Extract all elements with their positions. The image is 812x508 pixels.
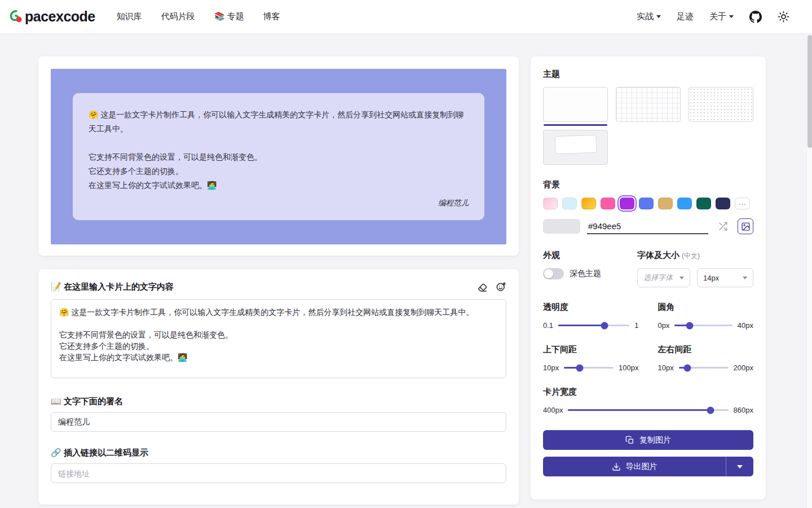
- appearance-title: 外观: [543, 250, 625, 261]
- export-image-button[interactable]: 导出图片: [543, 457, 726, 476]
- logo[interactable]: pacexcode: [9, 8, 95, 25]
- vertical-spacing-label: 上下间距: [543, 344, 639, 355]
- nav-item-footprints[interactable]: 足迹: [677, 11, 694, 22]
- chevron-down-icon: [679, 277, 684, 279]
- opacity-radius-section: 透明度 0.1 1 圆角 0px: [543, 302, 753, 330]
- page-scrollbar[interactable]: [806, 34, 812, 508]
- export-split-button: 导出图片: [543, 457, 753, 476]
- eraser-icon: [478, 282, 488, 292]
- horizontal-spacing-slider-thumb[interactable]: [683, 364, 691, 371]
- nav-item-about-label: 关于: [709, 11, 726, 22]
- preview-signature: 编程范儿: [89, 196, 469, 210]
- github-link[interactable]: [749, 11, 762, 23]
- card-text-input[interactable]: 🤗 这是一款文字卡片制作工具，你可以输入文字生成精美的文字卡片，然后分享到社交网…: [51, 299, 506, 378]
- export-image-button-label: 导出图片: [626, 462, 657, 472]
- signature-input[interactable]: [51, 412, 506, 432]
- copy-icon: [625, 436, 634, 445]
- opacity-slider[interactable]: [558, 322, 629, 330]
- font-size-select[interactable]: 14px: [697, 268, 753, 287]
- hex-color-input[interactable]: [587, 219, 708, 234]
- light-dark-mode-button[interactable]: [778, 11, 789, 23]
- vertical-spacing-slider[interactable]: [564, 364, 614, 372]
- main-content: 🤗 这是一款文字卡片制作工具，你可以输入文字生成精美的文字卡片，然后分享到社交网…: [0, 34, 812, 505]
- radius-slider-thumb[interactable]: [686, 322, 694, 329]
- nav-item-knowledge-base[interactable]: 知识库: [117, 11, 142, 22]
- add-emoji-button[interactable]: [496, 282, 506, 292]
- color-swatch-6[interactable]: [639, 198, 654, 209]
- vertical-spacing-slider-thumb[interactable]: [576, 364, 584, 371]
- color-swatch-2[interactable]: [562, 198, 577, 209]
- editor-header: 📝 在这里输入卡片上的文字内容: [51, 282, 506, 292]
- color-swatch-10[interactable]: [716, 198, 730, 209]
- link-input[interactable]: [51, 463, 506, 483]
- color-swatch-8[interactable]: [677, 198, 692, 209]
- color-swatch-9[interactable]: [696, 198, 711, 209]
- add-emoji-icon: [496, 282, 506, 292]
- color-preview-swatch[interactable]: [543, 219, 580, 234]
- github-icon: [749, 11, 762, 23]
- background-image-button[interactable]: [738, 218, 753, 234]
- color-swatch-1[interactable]: [543, 198, 558, 209]
- background-section-title: 背景: [543, 179, 753, 190]
- nav-item-about[interactable]: 关于: [709, 11, 734, 22]
- nav-links: 知识库 代码片段 📚 专题 博客: [117, 11, 280, 22]
- navbar-right: 实战 足迹 关于: [637, 11, 789, 23]
- signature-label: 📖 文字下面的署名: [51, 396, 506, 407]
- theme-thumb-plain[interactable]: [543, 87, 608, 122]
- radius-slider[interactable]: [674, 322, 732, 330]
- card-text-label: 📝 在这里输入卡片上的文字内容: [51, 282, 174, 292]
- color-swatch-4[interactable]: [601, 198, 615, 209]
- swatch-row: [543, 198, 753, 209]
- navbar: pacexcode 知识库 代码片段 📚 专题 博客 实战 足迹 关于: [0, 0, 812, 34]
- color-swatch-3[interactable]: [581, 198, 596, 209]
- chevron-down-icon: [743, 277, 747, 279]
- nav-item-topics[interactable]: 📚 专题: [214, 11, 244, 22]
- font-section-hint: (中文): [682, 252, 700, 260]
- editor-header-icons: [478, 282, 506, 292]
- preview-paragraph: 它还支持多个主题的切换。: [89, 164, 469, 178]
- caret-down-icon: [737, 465, 743, 468]
- theme-thumb-grid[interactable]: [616, 87, 681, 122]
- dark-theme-toggle[interactable]: [543, 268, 564, 279]
- page-scrollbar-thumb[interactable]: [807, 35, 812, 148]
- mini-card-decoration: [554, 135, 597, 155]
- caret-down-icon: [656, 15, 661, 18]
- nav-item-blog[interactable]: 博客: [263, 11, 280, 22]
- clear-text-button[interactable]: [478, 282, 488, 292]
- font-column: 字体及大小(中文) 选择字体 14px: [637, 250, 753, 287]
- horizontal-spacing-slider-row: 10px 200px: [658, 364, 754, 372]
- opacity-label: 透明度: [543, 302, 639, 313]
- opacity-slider-thumb[interactable]: [601, 322, 608, 329]
- more-colors-button[interactable]: [735, 198, 750, 209]
- color-swatch-7[interactable]: [658, 198, 673, 209]
- theme-thumb-window[interactable]: [543, 130, 608, 165]
- card-width-max-label: 860px: [734, 406, 753, 414]
- random-color-button[interactable]: [715, 218, 731, 234]
- horizontal-spacing-slider[interactable]: [679, 364, 729, 372]
- preview-paragraph: 🤗 这是一款文字卡片制作工具，你可以输入文字生成精美的文字卡片，然后分享到社交网…: [89, 108, 469, 136]
- card-width-slider[interactable]: [568, 406, 728, 414]
- nav-item-code-snippets[interactable]: 代码片段: [161, 11, 195, 22]
- copy-image-button[interactable]: 复制图片: [543, 430, 753, 450]
- nav-item-practice[interactable]: 实战: [637, 11, 661, 22]
- font-size-select-value: 14px: [703, 274, 719, 282]
- logo-text: pacexcode: [25, 8, 95, 25]
- download-icon: [612, 462, 621, 471]
- export-options-button[interactable]: [726, 457, 753, 476]
- color-row: [543, 218, 753, 234]
- font-family-select[interactable]: 选择字体: [637, 268, 690, 287]
- horizontal-spacing-max-label: 200px: [734, 364, 753, 372]
- copy-image-button-label: 复制图片: [639, 435, 671, 445]
- settings-panel: 主题 背景: [531, 56, 766, 500]
- horizontal-spacing-min-label: 10px: [658, 364, 674, 372]
- color-swatch-5[interactable]: [620, 198, 634, 209]
- appearance-font-section: 外观 深色主题 字体及大小(中文) 选择字体: [543, 250, 753, 287]
- theme-thumb-dots[interactable]: [689, 87, 753, 122]
- dark-theme-label: 深色主题: [570, 269, 601, 279]
- background-section: 背景: [543, 179, 753, 234]
- card-width-slider-thumb[interactable]: [707, 406, 714, 414]
- navbar-left: pacexcode 知识库 代码片段 📚 专题 博客: [9, 8, 280, 25]
- opacity-max-label: 1: [634, 321, 638, 330]
- image-icon: [741, 222, 751, 231]
- font-section-title-text: 字体及大小: [637, 250, 679, 260]
